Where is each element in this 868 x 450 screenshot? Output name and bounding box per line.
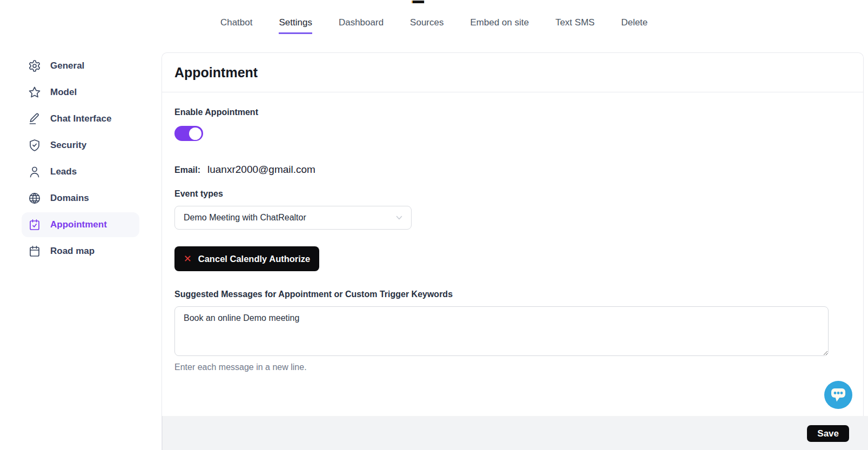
settings-sidebar: General Model Chat Interface Security Le… — [22, 53, 139, 265]
tab-sources[interactable]: Sources — [410, 17, 443, 34]
sidebar-item-general[interactable]: General — [22, 53, 139, 78]
enable-appointment-toggle[interactable] — [174, 126, 203, 141]
chevron-down-icon — [395, 213, 403, 222]
tab-dashboard[interactable]: Dashboard — [339, 17, 383, 34]
suggested-messages-hint: Enter each message in a new line. — [174, 362, 851, 372]
sidebar-item-domains[interactable]: Domains — [22, 186, 139, 211]
event-types-selected-value: Demo Meeting with ChatRealtor — [184, 213, 306, 223]
email-value: luanxr2000@gmail.com — [207, 164, 315, 176]
appointment-settings-panel: Appointment Enable Appointment Email: lu… — [162, 52, 864, 450]
pencil-line-icon — [28, 112, 41, 125]
sidebar-item-label: Road map — [50, 246, 95, 257]
window-artifact-bar — [412, 1, 425, 3]
enable-appointment-label: Enable Appointment — [174, 106, 851, 118]
sidebar-item-label: Model — [50, 87, 77, 98]
sidebar-item-label: Appointment — [50, 219, 107, 230]
calendar-check-icon — [28, 218, 41, 231]
page-title: Appointment — [174, 65, 258, 80]
panel-body: Enable Appointment Email: luanxr2000@gma… — [162, 92, 863, 372]
user-icon — [28, 165, 41, 178]
sidebar-item-label: Chat Interface — [50, 113, 111, 124]
sidebar-item-model[interactable]: Model — [22, 80, 139, 105]
top-navigation: Chatbot Settings Dashboard Sources Embed… — [0, 17, 868, 34]
calendar-icon — [28, 245, 41, 258]
tab-embed-on-site[interactable]: Embed on site — [470, 17, 529, 34]
panel-header: Appointment — [162, 53, 863, 92]
sidebar-item-label: Security — [50, 140, 86, 151]
tab-text-sms[interactable]: Text SMS — [555, 17, 595, 34]
sidebar-item-security[interactable]: Security — [22, 133, 139, 158]
chat-bubble-icon — [824, 381, 852, 409]
suggested-messages-textarea[interactable]: Book an online Demo meeting — [174, 306, 829, 356]
sidebar-item-leads[interactable]: Leads — [22, 159, 139, 184]
save-bar: Save — [162, 416, 868, 450]
sidebar-item-appointment[interactable]: Appointment — [22, 212, 139, 237]
save-button[interactable]: Save — [807, 425, 849, 442]
sidebar-item-chat-interface[interactable]: Chat Interface — [22, 106, 139, 131]
cancel-calendly-authorize-label: Cancel Calendly Authorize — [198, 254, 311, 264]
shield-check-icon — [28, 139, 41, 152]
sidebar-item-label: Leads — [50, 166, 77, 177]
toggle-knob — [189, 127, 201, 140]
tab-settings[interactable]: Settings — [279, 17, 312, 34]
suggested-messages-label: Suggested Messages for Appointment or Cu… — [174, 288, 851, 300]
tab-delete[interactable]: Delete — [621, 17, 648, 34]
sidebar-item-road-map[interactable]: Road map — [22, 239, 139, 264]
star-icon — [28, 86, 41, 99]
globe-icon — [28, 192, 41, 205]
chat-widget-button[interactable] — [824, 381, 852, 409]
cancel-calendly-authorize-button[interactable]: ✕ Cancel Calendly Authorize — [174, 246, 319, 271]
x-icon: ✕ — [184, 253, 192, 265]
email-row: Email: luanxr2000@gmail.com — [174, 164, 851, 176]
gear-icon — [28, 59, 41, 72]
sidebar-item-label: General — [50, 61, 84, 71]
tab-chatbot[interactable]: Chatbot — [220, 17, 253, 34]
event-types-select[interactable]: Demo Meeting with ChatRealtor — [174, 206, 412, 230]
sidebar-item-label: Domains — [50, 193, 89, 204]
event-types-label: Event types — [174, 188, 851, 200]
email-label: Email: — [174, 164, 200, 176]
